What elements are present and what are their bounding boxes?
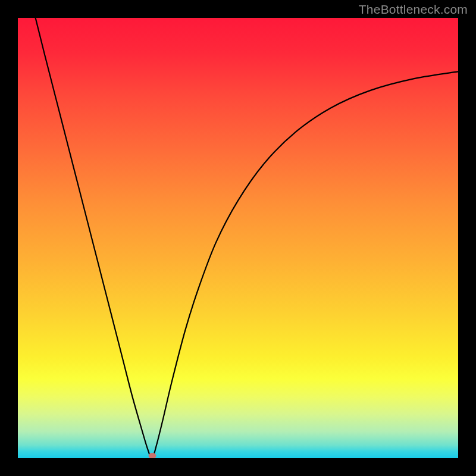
chart-container: TheBottleneck.com bbox=[0, 0, 476, 476]
bottleneck-curve bbox=[18, 18, 458, 458]
plot-area bbox=[18, 18, 458, 458]
watermark-text: TheBottleneck.com bbox=[359, 2, 468, 17]
optimum-marker bbox=[148, 453, 156, 458]
